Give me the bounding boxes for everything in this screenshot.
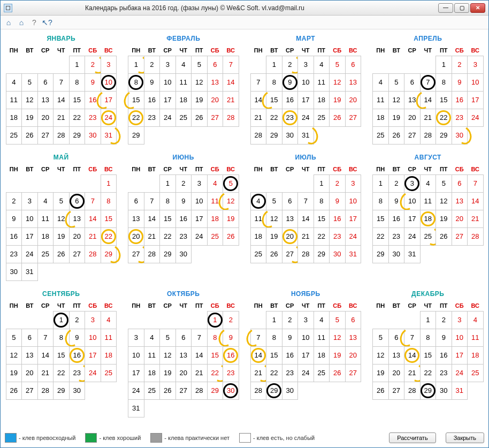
- day-cell[interactable]: 17: [101, 91, 117, 109]
- day-cell[interactable]: 13: [69, 210, 86, 228]
- day-cell[interactable]: 5: [266, 192, 282, 210]
- day-cell[interactable]: 18: [37, 227, 54, 246]
- day-cell[interactable]: 13: [21, 346, 38, 365]
- day-cell[interactable]: 15: [207, 346, 224, 365]
- day-cell[interactable]: 12: [191, 73, 208, 92]
- day-cell[interactable]: 10: [297, 73, 314, 92]
- day-cell[interactable]: 8: [435, 73, 452, 92]
- day-cell[interactable]: 16: [329, 210, 346, 228]
- day-cell[interactable]: 9: [435, 329, 452, 347]
- day-cell[interactable]: 19: [388, 109, 405, 127]
- day-cell[interactable]: 9: [282, 329, 299, 347]
- day-cell[interactable]: 13: [207, 73, 224, 92]
- day-cell[interactable]: 22: [372, 227, 389, 246]
- day-cell[interactable]: 26: [53, 245, 70, 263]
- day-cell[interactable]: 3: [128, 329, 144, 347]
- day-cell[interactable]: 3: [452, 311, 468, 329]
- day-cell[interactable]: 6: [175, 329, 192, 347]
- day-cell[interactable]: 8: [69, 73, 86, 92]
- day-cell[interactable]: 10: [297, 329, 314, 347]
- day-cell[interactable]: 11: [144, 346, 161, 365]
- day-cell[interactable]: 21: [250, 109, 267, 127]
- day-cell[interactable]: 15: [69, 91, 86, 109]
- day-cell[interactable]: 7: [250, 329, 267, 347]
- day-cell[interactable]: 17: [404, 210, 421, 228]
- day-cell[interactable]: 29: [69, 126, 86, 145]
- day-cell[interactable]: 14: [191, 346, 208, 365]
- day-cell[interactable]: 10: [467, 73, 484, 92]
- day-cell[interactable]: 13: [345, 329, 362, 347]
- day-cell[interactable]: 21: [404, 364, 421, 382]
- day-cell[interactable]: 5: [329, 311, 346, 329]
- day-cell[interactable]: 30: [175, 245, 192, 263]
- day-cell[interactable]: 3: [297, 56, 314, 74]
- day-cell[interactable]: 19: [6, 364, 22, 382]
- day-cell[interactable]: 20: [452, 210, 468, 228]
- day-cell[interactable]: 22: [128, 109, 144, 127]
- day-cell[interactable]: 12: [159, 346, 176, 365]
- day-cell[interactable]: 10: [21, 210, 38, 228]
- day-cell[interactable]: 6: [452, 174, 468, 193]
- day-cell[interactable]: 25: [207, 227, 224, 246]
- day-cell[interactable]: 1: [266, 56, 282, 74]
- day-cell[interactable]: 31: [452, 382, 468, 400]
- day-cell[interactable]: 28: [191, 382, 208, 400]
- day-cell[interactable]: 1: [101, 174, 117, 193]
- day-cell[interactable]: 26: [435, 227, 452, 246]
- day-cell[interactable]: 21: [250, 364, 267, 382]
- day-cell[interactable]: 1: [372, 174, 389, 193]
- day-cell[interactable]: 14: [467, 192, 484, 210]
- day-cell[interactable]: 3: [101, 56, 117, 74]
- day-cell[interactable]: 22: [69, 109, 86, 127]
- day-cell[interactable]: 6: [282, 192, 299, 210]
- day-cell[interactable]: 8: [128, 73, 144, 92]
- day-cell[interactable]: 16: [435, 346, 452, 365]
- day-cell[interactable]: 21: [85, 227, 101, 246]
- day-cell[interactable]: 2: [69, 311, 86, 329]
- day-cell[interactable]: 12: [6, 346, 22, 365]
- day-cell[interactable]: 4: [467, 311, 484, 329]
- day-cell[interactable]: 9: [223, 329, 239, 347]
- day-cell[interactable]: 28: [250, 382, 267, 400]
- day-cell[interactable]: 2: [452, 56, 468, 74]
- day-cell[interactable]: 25: [101, 364, 117, 382]
- day-cell[interactable]: 29: [128, 126, 144, 145]
- day-cell[interactable]: 24: [159, 109, 176, 127]
- day-cell[interactable]: 29: [101, 245, 117, 263]
- day-cell[interactable]: 26: [191, 109, 208, 127]
- day-cell[interactable]: 4: [207, 174, 224, 193]
- day-cell[interactable]: 24: [128, 382, 144, 400]
- day-cell[interactable]: 19: [223, 210, 239, 228]
- day-cell[interactable]: 12: [435, 192, 452, 210]
- day-cell[interactable]: 20: [37, 109, 54, 127]
- day-cell[interactable]: 10: [452, 329, 468, 347]
- day-cell[interactable]: 31: [297, 126, 314, 145]
- day-cell[interactable]: 30: [435, 382, 452, 400]
- close-app-button[interactable]: Закрыть: [446, 432, 484, 443]
- day-cell[interactable]: 25: [314, 109, 330, 127]
- day-cell[interactable]: 3: [159, 56, 176, 74]
- day-cell[interactable]: 5: [329, 56, 346, 74]
- day-cell[interactable]: 10: [191, 192, 208, 210]
- day-cell[interactable]: 19: [191, 91, 208, 109]
- day-cell[interactable]: 31: [101, 126, 117, 145]
- day-cell[interactable]: 17: [452, 346, 468, 365]
- day-cell[interactable]: 23: [85, 109, 101, 127]
- day-cell[interactable]: 20: [21, 364, 38, 382]
- day-cell[interactable]: 31: [404, 245, 421, 263]
- day-cell[interactable]: 8: [314, 192, 330, 210]
- minimize-button[interactable]: —: [438, 3, 453, 13]
- day-cell[interactable]: 19: [372, 364, 389, 382]
- day-cell[interactable]: 26: [266, 245, 282, 263]
- day-cell[interactable]: 27: [388, 382, 405, 400]
- day-cell[interactable]: 20: [175, 364, 192, 382]
- day-cell[interactable]: 4: [314, 311, 330, 329]
- day-cell[interactable]: 15: [266, 346, 282, 365]
- day-cell[interactable]: 23: [435, 364, 452, 382]
- day-cell[interactable]: 19: [53, 227, 70, 246]
- day-cell[interactable]: 30: [329, 245, 346, 263]
- day-cell[interactable]: 4: [314, 56, 330, 74]
- day-cell[interactable]: 30: [6, 263, 22, 281]
- day-cell[interactable]: 14: [404, 346, 421, 365]
- day-cell[interactable]: 21: [53, 109, 70, 127]
